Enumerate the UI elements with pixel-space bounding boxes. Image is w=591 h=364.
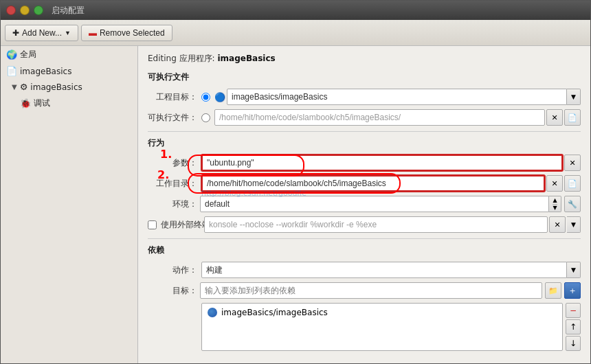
executable-label: 可执行文件： <box>148 112 197 124</box>
env-up-btn[interactable]: ▲ <box>553 196 557 205</box>
minimize-button[interactable] <box>20 5 30 15</box>
section-title-depends: 依赖 <box>148 244 581 256</box>
depends-up-btn[interactable]: ↑ <box>566 319 581 334</box>
project-target-radio[interactable] <box>201 93 210 102</box>
main-content: 🌍 全局 📄 imageBasics ▼ ⚙ imageBasics 🐞 调试 <box>1 46 590 363</box>
env-input[interactable] <box>200 196 549 212</box>
right-panel: Editing 应用程序: imageBasics 可执行文件 工程目标： 🔵 <box>138 46 590 363</box>
globe-icon <box>208 308 217 317</box>
add-new-button[interactable]: ✚ Add New... ▼ <box>5 25 78 41</box>
executable-input-group: ✕ 📄 <box>214 109 581 126</box>
executable-file-row: 可执行文件： ✕ 📄 <box>148 109 581 126</box>
env-label: 环境： <box>148 198 197 210</box>
project-target-radio-input[interactable] <box>201 93 210 102</box>
sidebar-item-debug[interactable]: 🐞 调试 <box>1 95 137 112</box>
action-input[interactable] <box>201 262 567 278</box>
params-input[interactable] <box>201 155 563 171</box>
project-target-dropdown[interactable]: ▼ <box>567 89 581 105</box>
project-target-row: 工程目标： 🔵 ▼ <box>148 89 581 105</box>
sidebar-item-imagebasics-label: imageBasics <box>20 67 71 76</box>
terminal-checkbox[interactable] <box>148 220 157 229</box>
editing-header: Editing 应用程序: imageBasics <box>148 53 581 65</box>
editing-app-name: imageBasics <box>217 54 275 63</box>
project-icon: 📄 <box>6 66 17 76</box>
behavior-section: 行为 参数： ✕ 工作目录： ✕ <box>148 137 581 233</box>
executable-browse-btn[interactable]: 📄 <box>564 109 581 126</box>
params-clear-btn[interactable]: ✕ <box>564 155 581 171</box>
workdir-label: 工作目录： <box>148 178 197 190</box>
target-input[interactable] <box>200 282 542 299</box>
executable-radio[interactable] <box>201 113 210 122</box>
terminal-checkbox-group: 使用外部终端： <box>148 219 197 231</box>
env-wrench-btn[interactable]: 🔧 <box>564 196 581 212</box>
project-target-input[interactable] <box>227 89 567 105</box>
terminal-clear-btn[interactable]: ✕ <box>549 216 566 233</box>
sidebar-item-global-label: 全局 <box>20 49 36 60</box>
global-icon: 🌍 <box>6 49 17 60</box>
sidebar-item-global[interactable]: 🌍 全局 <box>1 46 137 63</box>
remove-icon: ▬ <box>89 28 97 38</box>
action-row: 动作： ▼ <box>148 262 581 278</box>
remove-selected-label: Remove Selected <box>100 28 165 38</box>
list-item: imageBasics/imageBasics <box>205 306 559 319</box>
target-add-btn[interactable]: + <box>564 282 581 299</box>
executable-input[interactable] <box>214 109 545 126</box>
depends-down-btn[interactable]: ↓ <box>566 336 581 351</box>
action-combo: ▼ <box>201 262 581 278</box>
window-title: 启动配置 <box>52 5 85 16</box>
sidebar: 🌍 全局 📄 imageBasics ▼ ⚙ imageBasics 🐞 调试 <box>1 46 138 363</box>
close-button[interactable] <box>6 5 16 15</box>
sidebar-item-debug-label: 调试 <box>34 98 50 109</box>
terminal-dropdown[interactable]: ▼ <box>567 216 581 233</box>
maximize-button[interactable] <box>34 5 43 15</box>
project-target-label: 工程目标： <box>148 91 197 103</box>
list-item-label: imageBasics/imageBasics <box>221 308 328 317</box>
depends-section: 依赖 动作： ▼ 目标： 📁 + <box>148 244 581 351</box>
remove-selected-button[interactable]: ▬ Remove Selected <box>81 25 172 41</box>
titlebar: 启动配置 <box>1 1 590 20</box>
target-row: 目标： 📁 + <box>148 282 581 299</box>
project-target-combo: ▼ <box>227 89 581 105</box>
toolbar: ✚ Add New... ▼ ▬ Remove Selected <box>1 20 590 46</box>
depends-list-area: imageBasics/imageBasics − ↑ ↓ <box>201 303 581 351</box>
gear-icon: ⚙ <box>20 82 28 92</box>
workdir-row: 工作目录： ✕ 📄 <box>148 175 581 192</box>
terminal-row: 使用外部终端： ✕ ▼ <box>148 216 581 233</box>
sidebar-item-imagebasics-gear[interactable]: ▼ ⚙ imageBasics <box>1 79 137 95</box>
executable-clear-btn[interactable]: ✕ <box>546 109 563 126</box>
depends-side-buttons: − ↑ ↓ <box>566 303 581 351</box>
depends-remove-btn[interactable]: − <box>566 303 581 318</box>
terminal-input[interactable] <box>204 216 548 233</box>
sidebar-item-gear-label: imageBasics <box>30 82 82 92</box>
params-input-group: ✕ <box>201 155 581 171</box>
add-new-label: Add New... <box>22 28 62 38</box>
section-title-executable: 可执行文件 <box>148 71 581 83</box>
workdir-clear-btn[interactable]: ✕ <box>546 175 563 192</box>
env-down-btn[interactable]: ▼ <box>553 205 557 212</box>
action-dropdown[interactable]: ▼ <box>567 262 581 278</box>
add-dropdown-icon: ▼ <box>65 30 71 36</box>
env-spin-up[interactable]: ▲ ▼ <box>549 196 561 212</box>
executable-radio-input[interactable] <box>201 113 210 122</box>
add-icon: ✚ <box>12 28 19 38</box>
action-label: 动作： <box>148 264 197 276</box>
project-globe-icon: 🔵 <box>214 92 225 102</box>
tree-arrow-icon: ▼ <box>12 83 17 91</box>
bug-icon: 🐞 <box>20 98 31 109</box>
env-row: 环境： ▲ ▼ 🔧 <box>148 196 581 212</box>
params-row: 参数： ✕ <box>148 155 581 171</box>
depends-list: imageBasics/imageBasics <box>201 303 563 351</box>
target-label: 目标： <box>148 285 197 297</box>
env-combo: ▲ ▼ <box>200 196 561 212</box>
section-title-behavior: 行为 <box>148 137 581 149</box>
main-window: 启动配置 ✚ Add New... ▼ ▬ Remove Selected 🌍 … <box>0 0 591 364</box>
workdir-input-group: ✕ 📄 <box>201 175 581 192</box>
target-browse-btn[interactable]: 📁 <box>545 282 561 299</box>
workdir-input[interactable] <box>201 175 545 192</box>
terminal-input-group: ✕ ▼ <box>204 216 581 233</box>
sidebar-item-imagebasics-root[interactable]: 📄 imageBasics <box>1 63 137 79</box>
params-label: 参数： <box>148 157 197 169</box>
workdir-browse-btn[interactable]: 📄 <box>564 175 581 192</box>
